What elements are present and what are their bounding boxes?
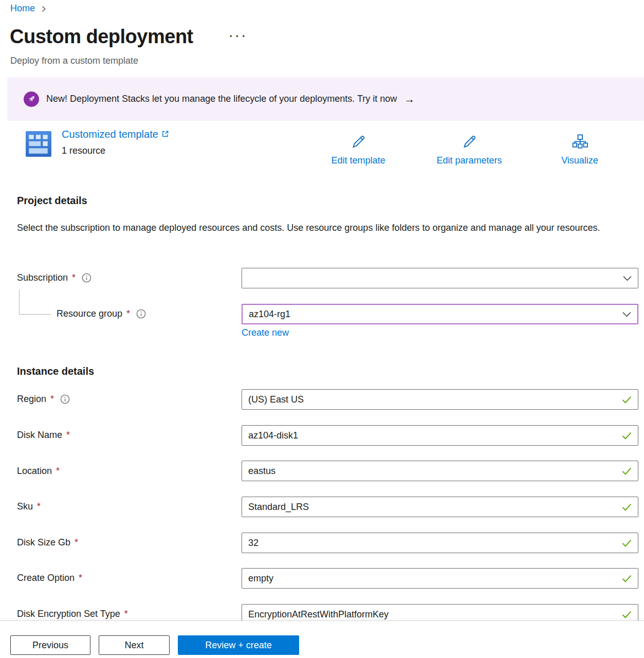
chevron-down-icon [623,276,632,281]
pencil-icon [350,134,366,152]
info-icon[interactable] [60,394,70,404]
valid-check-icon [622,611,632,618]
location-field [242,461,638,481]
project-details-heading: Project details [17,195,87,207]
valid-check-icon [622,396,632,404]
info-icon[interactable] [82,273,91,283]
resource-group-dropdown[interactable]: az104-rg1 [242,304,638,324]
disk-size-gb-label: Disk Size Gb * [17,537,78,548]
arrow-right-icon[interactable]: → [404,93,415,105]
location-input[interactable] [248,466,618,477]
next-button[interactable]: Next [99,635,170,655]
disk-name-label: Disk Name * [17,430,70,441]
external-link-icon [161,129,169,140]
create-option-field [242,568,638,589]
disk-name-input[interactable] [248,430,618,441]
template-icon [26,131,51,157]
more-options-button[interactable]: ··· [229,30,248,43]
previous-button[interactable]: Previous [10,635,90,655]
org-tree-icon [572,134,588,152]
subscription-label: Subscription * [17,272,91,283]
valid-check-icon [622,503,632,511]
rocket-icon [24,92,39,107]
visualize-button[interactable]: Visualize [561,134,598,166]
disk-encryption-set-type-input[interactable] [248,609,618,620]
location-label: Location * [17,466,60,477]
valid-check-icon [622,575,632,582]
project-details-description: Select the subscription to manage deploy… [17,220,608,236]
sku-field [242,497,638,517]
edit-parameters-button[interactable]: Edit parameters [436,134,502,166]
valid-check-icon [622,539,632,547]
page-subtitle: Deploy from a custom template [10,56,138,66]
region-input[interactable] [248,394,618,405]
subscription-dropdown[interactable] [242,268,638,288]
info-icon[interactable] [136,309,146,319]
create-new-link[interactable]: Create new [242,327,289,338]
pencil-icon [461,134,477,152]
customized-template-label: Customized template [62,129,158,140]
valid-check-icon [622,467,632,475]
create-option-label: Create Option * [17,573,82,583]
resource-group-label: Resource group * [57,308,146,319]
field-connector-line [19,290,51,315]
footer-bar: Previous Next Review + create [0,620,644,658]
chevron-right-icon [40,6,47,12]
chevron-down-icon [622,312,631,317]
disk-size-gb-field [242,533,638,553]
disk-encryption-set-type-label: Disk Encryption Set Type * [17,609,128,619]
deployment-stacks-banner[interactable]: New! Deployment Stacks let you manage th… [7,77,644,121]
resource-group-value: az104-rg1 [249,309,290,320]
edit-template-button[interactable]: Edit template [331,134,385,166]
sku-input[interactable] [248,502,618,513]
region-label: Region * [17,394,70,405]
edit-template-label: Edit template [331,155,385,166]
visualize-label: Visualize [561,155,598,166]
breadcrumb-home-link[interactable]: Home [10,3,35,14]
create-option-input[interactable] [248,573,618,584]
disk-size-gb-input[interactable] [248,538,618,549]
page-title: Custom deployment [10,26,193,48]
custom-deployment-page: Home Custom deployment ··· Deploy from a… [0,0,644,658]
sku-label: Sku * [17,501,41,512]
banner-message: New! Deployment Stacks let you manage th… [46,94,397,104]
instance-details-heading: Instance details [17,365,94,377]
review-create-button[interactable]: Review + create [178,635,299,655]
disk-name-field [242,425,638,446]
resource-count: 1 resource [62,145,105,156]
customized-template-link[interactable]: Customized template [62,129,169,140]
edit-parameters-label: Edit parameters [436,155,502,166]
region-field [242,389,638,410]
valid-check-icon [622,432,632,440]
breadcrumb: Home [10,3,47,14]
